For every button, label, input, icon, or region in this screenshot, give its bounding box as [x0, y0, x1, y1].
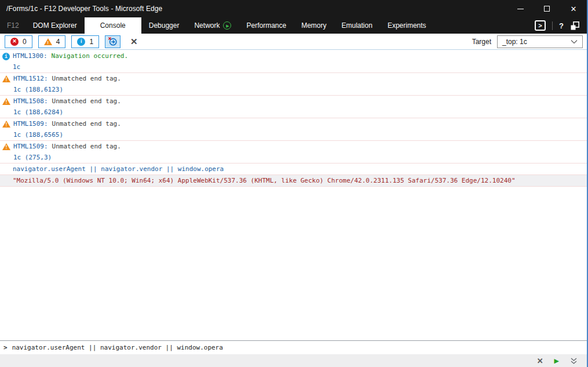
warning-icon: ! — [2, 98, 10, 105]
tab-performance[interactable]: Performance — [239, 17, 294, 34]
title-bar: /Forms/1c - F12 Developer Tools - Micros… — [0, 0, 587, 17]
tab-debugger[interactable]: Debugger — [141, 17, 187, 34]
message-code: HTML1300: — [13, 52, 48, 60]
network-profiling-icon: ▶ — [223, 21, 231, 30]
source-link[interactable]: 1c (188,6284) — [13, 107, 121, 118]
console-message-warning: ! HTML1509:Unmatched end tag. 1c (275,3) — [0, 141, 587, 163]
multiline-mode-button[interactable] — [570, 357, 578, 365]
prompt-icon: > — [0, 344, 12, 351]
warning-filter-button[interactable]: ! 4 — [38, 35, 66, 48]
console-input-actions: ✕ ▶ — [0, 354, 587, 367]
clear-on-navigate-button[interactable] — [105, 35, 120, 48]
message-body: HTML1509:Unmatched end tag. 1c (188,6565… — [13, 118, 121, 140]
tab-experiments[interactable]: Experiments — [380, 17, 434, 34]
console-toolbar: ✕ 0 ! 4 i 1 ✕ Target _top: 1c — [0, 34, 587, 50]
error-icon: ✕ — [10, 38, 19, 46]
chevron-down-icon — [571, 39, 578, 44]
unpin-dock-icon[interactable] — [570, 21, 580, 31]
close-button[interactable]: ✕ — [560, 0, 587, 17]
message-code: HTML1509: — [13, 120, 48, 128]
message-code: HTML1512: — [13, 75, 48, 82]
tabbar-actions: > ? — [535, 17, 587, 34]
message-code: HTML1509: — [13, 143, 48, 150]
target-select-value: _top: 1c — [502, 38, 571, 46]
console-popout-icon[interactable]: > — [535, 20, 546, 31]
minimize-button[interactable] — [507, 0, 534, 17]
source-link[interactable]: 1c (188,6565) — [13, 129, 121, 140]
minimize-icon — [517, 9, 524, 9]
source-link[interactable]: 1c (188,6123) — [13, 84, 121, 95]
message-text: Unmatched end tag. — [52, 97, 121, 105]
message-body: HTML1508:Unmatched end tag. 1c (188,6284… — [13, 96, 121, 118]
message-text: Unmatched end tag. — [52, 75, 121, 82]
warning-icon: ! — [2, 121, 10, 128]
error-count: 0 — [23, 38, 27, 46]
f12-menu[interactable]: F12 — [1, 17, 25, 34]
error-filter-button[interactable]: ✕ 0 — [5, 35, 32, 48]
console-echo-row: navigator.userAgent || navigator.vendor … — [0, 163, 587, 175]
maximize-button[interactable] — [534, 0, 560, 17]
tab-console[interactable]: Console — [85, 17, 141, 34]
source-link[interactable]: 1c — [13, 61, 128, 72]
clear-console-button[interactable]: ✕ — [130, 37, 138, 47]
message-text: Unmatched end tag. — [52, 143, 121, 150]
console-message-info: i HTML1300:Navigation occurred. 1c — [0, 50, 587, 73]
window-title: /Forms/1c - F12 Developer Tools - Micros… — [0, 5, 162, 13]
run-script-button[interactable]: ▶ — [554, 358, 559, 364]
window-controls: ✕ — [507, 0, 587, 17]
info-count: 1 — [89, 38, 93, 46]
message-code: HTML1508: — [13, 97, 48, 105]
maximize-icon — [544, 6, 550, 12]
clear-input-button[interactable]: ✕ — [537, 357, 543, 365]
message-text: Navigation occurred. — [52, 52, 128, 60]
console-message-warning: ! HTML1508:Unmatched end tag. 1c (188,62… — [0, 96, 587, 118]
warning-icon: ! — [2, 75, 10, 82]
info-icon: i — [2, 53, 10, 60]
warning-count: 4 — [56, 38, 60, 46]
console-result-row: "Mozilla/5.0 (Windows NT 10.0; Win64; x6… — [0, 175, 587, 187]
divider — [552, 21, 553, 30]
tab-memory[interactable]: Memory — [294, 17, 334, 34]
warning-icon: ! — [2, 143, 10, 150]
message-text: Unmatched end tag. — [52, 120, 121, 128]
target-select[interactable]: _top: 1c — [497, 35, 583, 48]
console-message-warning: ! HTML1512:Unmatched end tag. 1c (188,61… — [0, 73, 587, 96]
help-icon[interactable]: ? — [559, 21, 564, 30]
warning-icon: ! — [44, 38, 52, 45]
tab-dom-explorer[interactable]: DOM Explorer — [25, 17, 85, 34]
clear-on-navigate-icon — [108, 37, 118, 46]
tab-bar: F12 DOM Explorer Console Debugger Networ… — [0, 17, 587, 34]
tab-network-label: Network — [194, 21, 220, 30]
tab-network[interactable]: Network ▶ — [187, 17, 239, 34]
console-input[interactable]: navigator.userAgent || navigator.vendor … — [12, 344, 587, 351]
message-body: HTML1512:Unmatched end tag. 1c (188,6123… — [13, 73, 121, 95]
info-filter-button[interactable]: i 1 — [71, 35, 99, 48]
tab-emulation[interactable]: Emulation — [334, 17, 380, 34]
f12-devtools-window: /Forms/1c - F12 Developer Tools - Micros… — [0, 0, 588, 367]
source-link[interactable]: 1c (275,3) — [13, 152, 121, 163]
message-body: HTML1300:Navigation occurred. 1c — [13, 50, 128, 72]
console-message-warning: ! HTML1509:Unmatched end tag. 1c (188,65… — [0, 118, 587, 141]
target-label: Target — [472, 38, 491, 46]
console-input-row: > navigator.userAgent || navigator.vendo… — [0, 340, 587, 354]
close-icon: ✕ — [571, 5, 577, 13]
message-body: HTML1509:Unmatched end tag. 1c (275,3) — [13, 141, 121, 163]
console-output: i HTML1300:Navigation occurred. 1c ! HTM… — [0, 50, 587, 340]
info-icon: i — [77, 38, 85, 46]
